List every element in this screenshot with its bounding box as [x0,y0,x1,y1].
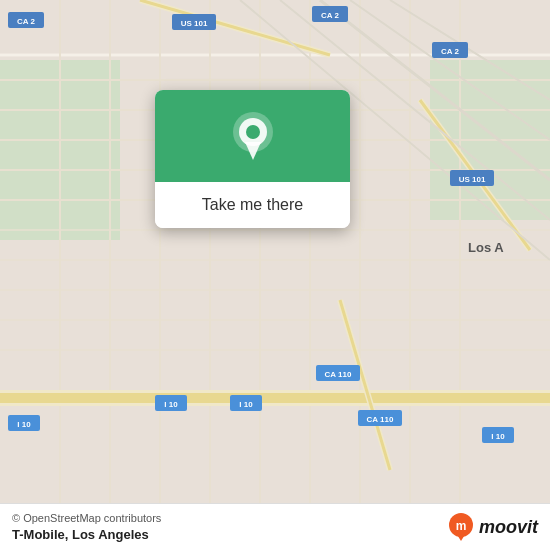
svg-text:CA 110: CA 110 [367,415,394,424]
location-label: T-Mobile, Los Angeles [12,527,161,542]
svg-text:CA 110: CA 110 [325,370,352,379]
svg-text:CA 2: CA 2 [321,11,339,20]
osm-attribution: © OpenStreetMap contributors [12,512,161,524]
svg-text:US 101: US 101 [181,19,208,28]
pin-icon [231,112,275,164]
svg-text:CA 2: CA 2 [17,17,35,26]
card-green-section [155,90,350,182]
svg-point-62 [246,125,260,139]
svg-text:I 10: I 10 [239,400,253,409]
svg-text:I 10: I 10 [164,400,178,409]
map-background: CA 2 US 101 CA 2 CA 2 US 101 I 10 I 10 I… [0,0,550,550]
moovit-brand-text: moovit [479,517,538,538]
svg-text:I 10: I 10 [491,432,505,441]
svg-text:m: m [456,519,467,533]
svg-text:I 10: I 10 [17,420,31,429]
svg-rect-27 [0,393,550,403]
svg-text:CA 2: CA 2 [441,47,459,56]
bottom-bar: © OpenStreetMap contributors T-Mobile, L… [0,503,550,550]
moovit-logo: m moovit [447,513,538,541]
svg-marker-66 [456,533,466,541]
location-card: Take me there [155,90,350,228]
moovit-brand-icon: m [447,513,475,541]
svg-text:US 101: US 101 [459,175,486,184]
take-me-there-button[interactable]: Take me there [155,182,350,228]
map-container: CA 2 US 101 CA 2 CA 2 US 101 I 10 I 10 I… [0,0,550,550]
svg-text:Los A: Los A [468,240,504,255]
